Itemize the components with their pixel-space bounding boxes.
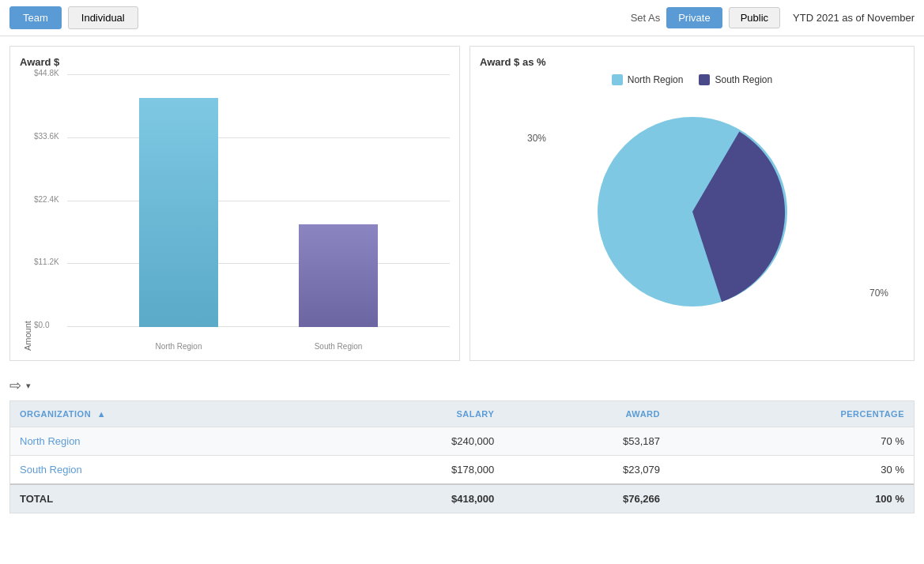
south-pct: 30 % xyxy=(669,456,914,485)
data-table: ORGANIZATION ▲ SALARY AWARD PERCENTAGE N… xyxy=(10,401,914,513)
public-button[interactable]: Public xyxy=(729,7,780,28)
north-salary: $240,000 xyxy=(321,427,503,456)
individual-tab[interactable]: Individual xyxy=(68,6,138,29)
col-pct-label: PERCENTAGE xyxy=(840,409,904,419)
ytd-label: YTD 2021 as of November xyxy=(793,12,915,24)
bar-chart-inner: $44.8K $33.6K $22.4K $11.2K $0.0 xyxy=(36,74,450,351)
col-pct[interactable]: PERCENTAGE xyxy=(669,401,914,427)
pie-chart-panel: Award $ as % North Region South Region 3… xyxy=(470,46,915,361)
pie-label-70: 70% xyxy=(869,288,888,299)
sort-arrow-icon: ▲ xyxy=(97,409,106,419)
col-award-label: AWARD xyxy=(626,409,660,419)
south-bar-group xyxy=(299,224,378,327)
total-salary: $418,000 xyxy=(321,484,503,513)
private-button[interactable]: Private xyxy=(666,7,722,28)
x-label-north: North Region xyxy=(139,342,218,351)
header-right: Set As Private Public YTD 2021 as of Nov… xyxy=(631,7,915,28)
bar-chart-area: Amount $44.8K $33.6K $22.4K $11.2K $0.0 xyxy=(20,74,450,351)
table-row: North Region $240,000 $53,187 70 % xyxy=(10,427,914,456)
dropdown-arrow[interactable]: ▾ xyxy=(26,381,31,391)
pie-chart-title: Award $ as % xyxy=(480,56,904,68)
total-award: $76,266 xyxy=(503,484,669,513)
grid-label-336: $33.6K xyxy=(34,132,59,141)
col-award[interactable]: AWARD xyxy=(503,401,669,427)
table-footer: TOTAL $418,000 $76,266 100 % xyxy=(10,484,914,513)
total-label: TOTAL xyxy=(10,484,321,513)
pie-container: 30% 70% xyxy=(480,93,904,330)
table-header: ORGANIZATION ▲ SALARY AWARD PERCENTAGE xyxy=(10,401,914,427)
toolbar: ⇨ ▾ xyxy=(0,370,924,400)
col-org[interactable]: ORGANIZATION ▲ xyxy=(10,401,321,427)
bar-chart-panel: Award $ Amount $44.8K $33.6K $22.4K $11.… xyxy=(9,46,460,361)
charts-row: Award $ Amount $44.8K $33.6K $22.4K $11.… xyxy=(0,36,924,370)
bar-chart-title: Award $ xyxy=(20,56,450,68)
grid-label-448: $44.8K xyxy=(34,69,59,77)
y-axis-label: Amount xyxy=(20,74,32,351)
pie-legend: North Region South Region xyxy=(480,74,904,85)
legend-south-dot xyxy=(699,74,710,85)
col-salary[interactable]: SALARY xyxy=(321,401,503,427)
export-icon[interactable]: ⇨ xyxy=(9,377,21,394)
col-org-label: ORGANIZATION xyxy=(20,409,91,419)
header: Team Individual Set As Private Public YT… xyxy=(0,0,924,36)
south-award: $23,079 xyxy=(503,456,669,485)
table-container: ORGANIZATION ▲ SALARY AWARD PERCENTAGE N… xyxy=(9,400,915,513)
north-region-name[interactable]: North Region xyxy=(10,427,321,456)
south-region-name[interactable]: South Region xyxy=(10,456,321,485)
col-salary-label: SALARY xyxy=(456,409,494,419)
legend-south: South Region xyxy=(699,74,772,85)
table-row: South Region $178,000 $23,079 30 % xyxy=(10,456,914,485)
table-header-row: ORGANIZATION ▲ SALARY AWARD PERCENTAGE xyxy=(10,401,914,427)
grid-label-0: $0.0 xyxy=(34,321,49,329)
team-tab[interactable]: Team xyxy=(9,6,62,29)
legend-south-label: South Region xyxy=(715,74,772,85)
set-as-label: Set As xyxy=(631,12,661,24)
grid-label-224: $22.4K xyxy=(34,195,59,204)
table-body: North Region $240,000 $53,187 70 % South… xyxy=(10,427,914,485)
pie-label-30: 30% xyxy=(527,133,546,144)
total-row: TOTAL $418,000 $76,266 100 % xyxy=(10,484,914,513)
north-award: $53,187 xyxy=(503,427,669,456)
south-salary: $178,000 xyxy=(321,456,503,485)
x-axis-labels: North Region South Region xyxy=(67,342,450,351)
north-pct: 70 % xyxy=(669,427,914,456)
bars-area xyxy=(67,74,450,327)
total-pct: 100 % xyxy=(669,484,914,513)
grid-label-112: $11.2K xyxy=(34,258,59,266)
pie-svg xyxy=(598,117,787,306)
legend-north-label: North Region xyxy=(628,74,684,85)
x-label-south: South Region xyxy=(299,342,378,351)
north-bar-group xyxy=(139,98,218,327)
legend-north-dot xyxy=(612,74,623,85)
legend-north: North Region xyxy=(612,74,684,85)
south-bar xyxy=(299,224,378,327)
north-bar xyxy=(139,98,218,327)
